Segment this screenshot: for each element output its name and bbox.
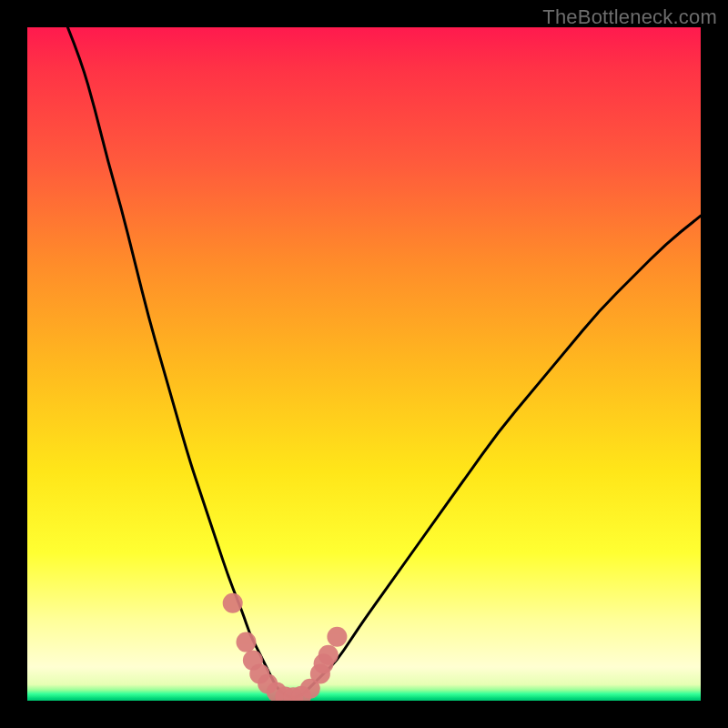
bottleneck-curve — [67, 27, 701, 697]
chart-frame: TheBottleneck.com — [0, 0, 728, 728]
curve-marker-dot — [327, 627, 347, 647]
curve-marker-dot — [237, 632, 257, 652]
curve-marker-dot — [318, 645, 339, 665]
watermark-label: TheBottleneck.com — [542, 5, 717, 29]
plot-area — [27, 27, 701, 701]
curve-marker-dot — [223, 593, 243, 613]
curve-layer — [27, 27, 701, 701]
bottleneck-curve-path — [67, 27, 701, 697]
